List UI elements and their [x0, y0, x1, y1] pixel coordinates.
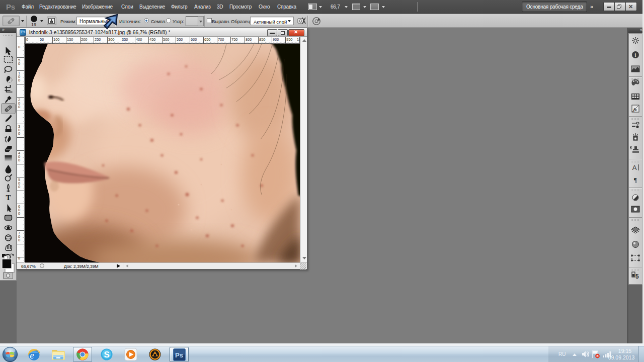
svg-text:450: 450 [149, 37, 156, 42]
svg-text:0: 0 [18, 61, 20, 66]
svg-text:0: 0 [18, 158, 20, 162]
svg-text:8: 8 [18, 256, 20, 260]
svg-text:200: 200 [81, 37, 88, 42]
svg-text:100: 100 [297, 37, 300, 42]
svg-text:¶: ¶ [634, 176, 637, 184]
svg-text:0: 0 [18, 105, 20, 109]
svg-text:850: 850 [259, 37, 266, 42]
svg-text:500: 500 [163, 37, 170, 42]
svg-text:A: A [632, 164, 637, 171]
svg-text:T: T [6, 194, 11, 202]
svg-text:0: 0 [18, 131, 20, 136]
svg-text:300: 300 [108, 37, 115, 42]
svg-text:Ps: Ps [175, 351, 183, 359]
svg-text:S: S [104, 350, 110, 359]
svg-text:fx: fx [633, 108, 637, 112]
svg-text:400: 400 [136, 37, 142, 42]
svg-text:550: 550 [177, 37, 183, 42]
svg-text:0: 0 [18, 45, 20, 49]
svg-text:800: 800 [246, 37, 252, 42]
svg-text:750: 750 [231, 37, 238, 42]
svg-text:100: 100 [53, 37, 60, 42]
svg-text:900: 900 [273, 37, 279, 42]
svg-text:0: 0 [18, 211, 20, 216]
svg-text:i: i [635, 52, 636, 58]
svg-text:600: 600 [191, 37, 197, 42]
svg-text:50: 50 [40, 37, 44, 42]
svg-text:0: 0 [18, 238, 20, 242]
svg-text:5: 5 [635, 273, 639, 280]
svg-text:0: 0 [18, 78, 20, 82]
svg-text:700: 700 [218, 37, 224, 42]
svg-text:0: 0 [18, 185, 20, 189]
svg-text:150: 150 [67, 37, 73, 42]
svg-text:350: 350 [122, 37, 128, 42]
svg-text:950: 950 [286, 37, 293, 42]
svg-text:250: 250 [95, 37, 101, 42]
svg-text:650: 650 [204, 37, 211, 42]
svg-text:0: 0 [26, 37, 28, 42]
